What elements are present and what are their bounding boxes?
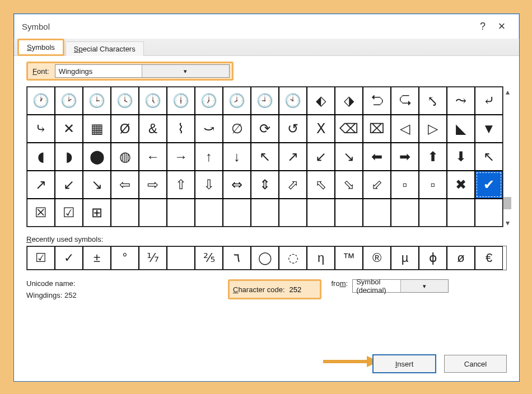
chevron-down-icon[interactable]: ▾ (142, 65, 229, 77)
symbol-cell[interactable]: ✖ (447, 171, 475, 199)
symbol-cell[interactable] (447, 199, 475, 227)
scroll-up-icon[interactable]: ▴ (506, 87, 510, 96)
symbol-cell[interactable]: ◣ (447, 115, 475, 143)
symbol-cell[interactable]: ↗ (279, 143, 307, 171)
symbol-cell[interactable]: 🕓 (111, 87, 139, 115)
symbol-cell[interactable]: ⌧ (363, 115, 391, 143)
symbol-cell[interactable]: ⊞ (83, 199, 111, 227)
symbol-cell[interactable]: 🕘 (251, 87, 279, 115)
symbol-cell[interactable]: ⮌ (363, 87, 391, 115)
font-combobox[interactable]: Wingdings ▾ (55, 64, 230, 78)
symbol-cell[interactable]: ⤷ (27, 115, 55, 143)
insert-button[interactable]: Insert (372, 354, 436, 373)
recent-symbol-cell[interactable]: ø (447, 246, 475, 270)
symbol-cell[interactable]: ⬃ (363, 171, 391, 199)
symbol-cell[interactable] (167, 199, 195, 227)
symbol-cell[interactable]: → (167, 143, 195, 171)
symbol-cell[interactable]: ↺ (279, 115, 307, 143)
scroll-thumb[interactable] (503, 197, 511, 209)
recent-symbol-cell[interactable]: ± (83, 246, 111, 270)
recent-symbol-cell[interactable]: ◌ (279, 246, 307, 270)
symbol-cell[interactable] (335, 199, 363, 227)
symbol-cell[interactable]: ⬀ (279, 171, 307, 199)
cancel-button[interactable]: Cancel (444, 355, 507, 373)
symbol-cell[interactable]: ⤣ (419, 87, 447, 115)
symbol-cell[interactable]: ⬅ (363, 143, 391, 171)
symbol-cell[interactable]: ⬁ (307, 171, 335, 199)
symbol-cell[interactable]: ⟳ (251, 115, 279, 143)
recent-symbol-cell[interactable]: ٦ (223, 246, 251, 270)
symbol-cell[interactable]: ↓ (223, 143, 251, 171)
character-code-input[interactable] (288, 283, 316, 296)
symbol-cell[interactable] (251, 199, 279, 227)
symbol-cell[interactable] (195, 199, 223, 227)
symbol-cell[interactable]: ◍ (111, 143, 139, 171)
recent-symbol-cell[interactable]: € (475, 246, 503, 270)
symbol-cell[interactable] (391, 199, 419, 227)
symbol-cell[interactable] (111, 199, 139, 227)
symbol-cell[interactable]: ☑ (55, 199, 83, 227)
symbol-cell[interactable]: ↙ (307, 143, 335, 171)
symbol-cell[interactable]: ➡ (391, 143, 419, 171)
symbol-cell[interactable]: ∅ (223, 115, 251, 143)
recent-symbol-cell[interactable]: ™ (335, 246, 363, 270)
symbol-cell[interactable] (223, 199, 251, 227)
symbol-cell[interactable] (475, 199, 503, 227)
symbol-cell[interactable]: ◁ (391, 115, 419, 143)
symbol-cell[interactable]: ▷ (419, 115, 447, 143)
symbol-cell[interactable]: & (139, 115, 167, 143)
help-button[interactable]: ? (473, 17, 492, 36)
symbol-cell[interactable] (307, 199, 335, 227)
recent-symbol-cell[interactable] (167, 246, 195, 270)
symbol-cell[interactable]: 🕕 (167, 87, 195, 115)
symbol-cell[interactable]: ▦ (83, 115, 111, 143)
symbol-cell[interactable]: ⌫ (335, 115, 363, 143)
symbol-cell[interactable]: ↑ (195, 143, 223, 171)
close-button[interactable]: × (492, 17, 511, 36)
symbol-cell[interactable]: ↖ (251, 143, 279, 171)
symbol-cell[interactable]: ⬖ (307, 87, 335, 115)
symbol-cell[interactable]: ⇩ (195, 171, 223, 199)
symbol-cell[interactable]: ↙ (55, 171, 83, 199)
symbol-cell[interactable]: ✕ (55, 115, 83, 143)
symbol-cell[interactable] (419, 199, 447, 227)
symbol-cell[interactable]: ⵝ (307, 115, 335, 143)
symbol-cell[interactable]: 🕖 (195, 87, 223, 115)
recent-symbol-cell[interactable]: ϕ (419, 246, 447, 270)
tab-symbols[interactable]: Symbols (17, 39, 64, 56)
symbol-cell[interactable]: ⬆ (419, 143, 447, 171)
symbol-cell[interactable]: ⬤ (83, 143, 111, 171)
symbol-cell[interactable]: ⇔ (223, 171, 251, 199)
symbol-cell[interactable]: Ø (111, 115, 139, 143)
symbol-cell[interactable]: ✔ (475, 171, 503, 199)
symbol-cell[interactable] (139, 199, 167, 227)
symbol-cell[interactable]: 🕐 (27, 87, 55, 115)
symbol-cell[interactable]: ▫ (391, 171, 419, 199)
symbol-cell[interactable]: ◗ (55, 143, 83, 171)
symbol-cell[interactable]: 🕗 (223, 87, 251, 115)
symbol-cell[interactable]: ↖ (475, 143, 503, 171)
symbol-cell[interactable]: ⌇ (167, 115, 195, 143)
recent-symbol-cell[interactable]: ® (363, 246, 391, 270)
symbol-cell[interactable]: ⬇ (447, 143, 475, 171)
recent-symbol-cell[interactable]: ⅟₇ (139, 246, 167, 270)
symbol-cell[interactable]: ⇕ (251, 171, 279, 199)
symbol-cell[interactable]: ← (139, 143, 167, 171)
symbol-cell[interactable]: ⬂ (335, 171, 363, 199)
symbol-cell[interactable]: ⤻ (195, 115, 223, 143)
symbol-cell[interactable]: ⬗ (335, 87, 363, 115)
recent-symbol-cell[interactable]: ◯ (251, 246, 279, 270)
symbol-cell[interactable]: 🕙 (279, 87, 307, 115)
symbol-cell[interactable]: ↘ (83, 171, 111, 199)
symbol-cell[interactable]: ⇨ (139, 171, 167, 199)
symbol-cell[interactable]: ⮎ (391, 87, 419, 115)
recent-symbol-cell[interactable]: ° (111, 246, 139, 270)
symbol-cell[interactable] (363, 199, 391, 227)
scroll-down-icon[interactable]: ▾ (506, 218, 510, 227)
recent-symbol-cell[interactable]: η (307, 246, 335, 270)
symbol-cell[interactable]: ↗ (27, 171, 55, 199)
symbol-cell[interactable]: ↘ (335, 143, 363, 171)
recent-symbol-cell[interactable]: ⅖ (195, 246, 223, 270)
from-combobox[interactable]: Symbol (decimal) ▾ (352, 279, 449, 293)
tab-special-characters[interactable]: Special Characters (66, 41, 144, 56)
